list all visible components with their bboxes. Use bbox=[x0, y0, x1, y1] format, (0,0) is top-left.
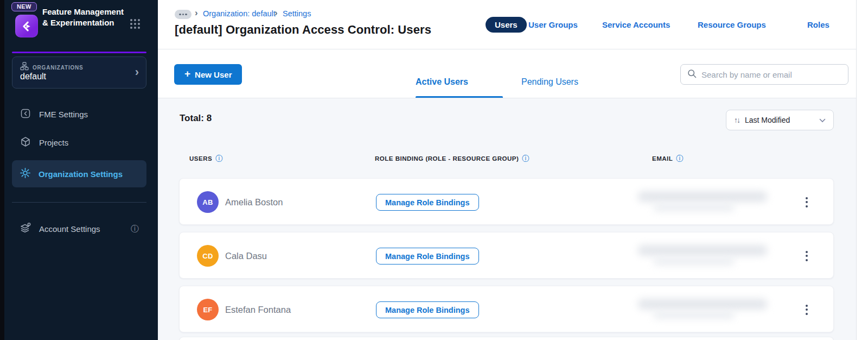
search-input[interactable] bbox=[701, 70, 841, 79]
layers-gear-icon bbox=[20, 222, 31, 236]
tab-users[interactable]: Users bbox=[486, 17, 527, 33]
cube-icon bbox=[20, 136, 31, 149]
breadcrumb-ellipsis[interactable] bbox=[175, 10, 192, 19]
kebab-menu-icon[interactable] bbox=[802, 248, 812, 264]
tab-roles[interactable]: Roles bbox=[807, 20, 829, 29]
tab-pending-users[interactable]: Pending Users bbox=[521, 77, 578, 87]
page-title: [default] Organization Access Control: U… bbox=[175, 23, 431, 37]
avatar: AB bbox=[197, 191, 219, 213]
sort-dropdown-value: Last Modified bbox=[745, 116, 814, 124]
manage-role-bindings-button[interactable]: Manage Role Bindings bbox=[376, 194, 479, 211]
total-count: Total: 8 bbox=[180, 113, 212, 124]
search-icon bbox=[687, 69, 697, 80]
column-header-role-binding: ROLE BINDING (ROLE - RESOURCE GROUP)ⓘ bbox=[375, 154, 529, 163]
search-box bbox=[680, 64, 848, 85]
chevron-down-icon bbox=[819, 115, 826, 125]
active-tab-underline bbox=[416, 96, 503, 98]
app-window: NEW Feature Management & Experimentation bbox=[0, 0, 868, 340]
main-content: › Organization: default › Settings [defa… bbox=[158, 0, 856, 340]
kebab-menu-icon[interactable] bbox=[802, 301, 812, 318]
email-redacted bbox=[638, 242, 776, 270]
sidebar-item-label: Projects bbox=[39, 138, 68, 147]
breadcrumb-org-link[interactable]: Organization: default bbox=[203, 9, 276, 18]
info-icon[interactable]: ⓘ bbox=[676, 154, 684, 163]
chevron-right-icon: › bbox=[275, 8, 278, 18]
table-row-partial bbox=[179, 337, 834, 340]
tab-service-accounts[interactable]: Service Accounts bbox=[602, 20, 670, 29]
avatar: CD bbox=[197, 245, 219, 267]
column-header-email: EMAILⓘ bbox=[652, 154, 684, 163]
breadcrumb-settings-link[interactable]: Settings bbox=[283, 9, 311, 18]
table-row: EF Estefan Fontana Manage Role Bindings bbox=[179, 286, 834, 332]
sidebar-divider bbox=[12, 202, 146, 203]
chevron-right-icon: › bbox=[135, 66, 139, 78]
gear-icon bbox=[20, 167, 31, 180]
email-redacted bbox=[638, 295, 776, 324]
sidebar-item-label: Account Settings bbox=[39, 224, 100, 234]
organization-selector[interactable]: ORGANIZATIONS default › bbox=[12, 56, 146, 89]
toolbar: + New User Active Users Pending Users bbox=[158, 49, 856, 98]
sidebar-item-label: Organization Settings bbox=[39, 169, 123, 179]
org-selector-label: ORGANIZATIONS bbox=[33, 65, 84, 71]
screen-edge bbox=[0, 0, 4, 340]
sidebar-item-label: FME Settings bbox=[39, 110, 88, 119]
sidebar-item-account-settings[interactable]: Account Settings ⓘ bbox=[12, 219, 146, 238]
sidebar: NEW Feature Management & Experimentation bbox=[4, 0, 158, 340]
sidebar-item-projects[interactable]: Projects bbox=[12, 133, 146, 152]
manage-role-bindings-button[interactable]: Manage Role Bindings bbox=[376, 248, 479, 265]
chevron-right-icon: › bbox=[195, 8, 198, 18]
manage-role-bindings-button[interactable]: Manage Role Bindings bbox=[376, 301, 479, 318]
app-switcher-grid-icon[interactable] bbox=[129, 18, 141, 30]
new-user-button[interactable]: + New User bbox=[174, 64, 242, 85]
avatar: EF bbox=[197, 299, 219, 320]
tab-resource-groups[interactable]: Resource Groups bbox=[698, 20, 766, 29]
user-name: Estefan Fontana bbox=[225, 286, 291, 333]
sidebar-item-fme-settings[interactable]: FME Settings bbox=[12, 104, 146, 124]
fme-settings-icon bbox=[20, 108, 31, 121]
sort-arrows-icon: ↑↓ bbox=[734, 116, 739, 124]
user-name: Amelia Boston bbox=[225, 179, 283, 225]
info-icon[interactable]: ⓘ bbox=[522, 154, 529, 163]
sort-dropdown[interactable]: ↑↓ Last Modified bbox=[726, 110, 834, 130]
tab-active-users[interactable]: Active Users bbox=[416, 77, 468, 87]
page-header: › Organization: default › Settings [defa… bbox=[158, 0, 856, 49]
table-row: CD Cala Dasu Manage Role Bindings bbox=[179, 232, 834, 279]
org-tree-icon bbox=[20, 62, 29, 73]
info-icon[interactable]: ⓘ bbox=[215, 154, 223, 163]
user-name: Cala Dasu bbox=[225, 232, 267, 279]
column-header-users: USERSⓘ bbox=[189, 154, 223, 163]
info-icon[interactable]: ⓘ bbox=[131, 224, 139, 234]
brand-divider bbox=[12, 52, 146, 53]
sidebar-item-organization-settings[interactable]: Organization Settings bbox=[12, 160, 146, 187]
scrollbar-gutter bbox=[856, 0, 868, 340]
table-row: AB Amelia Boston Manage Role Bindings bbox=[179, 178, 834, 225]
tab-user-groups[interactable]: User Groups bbox=[528, 20, 578, 29]
org-selector-value: default bbox=[20, 72, 46, 81]
email-redacted bbox=[638, 188, 776, 216]
plus-icon: + bbox=[184, 68, 190, 80]
new-badge: NEW bbox=[11, 2, 37, 11]
app-logo-icon bbox=[15, 15, 38, 37]
kebab-menu-icon[interactable] bbox=[802, 194, 812, 210]
users-list-panel: Total: 8 ↑↓ Last Modified USERSⓘ ROLE BI… bbox=[158, 98, 856, 340]
app-title: Feature Management & Experimentation bbox=[42, 7, 130, 28]
